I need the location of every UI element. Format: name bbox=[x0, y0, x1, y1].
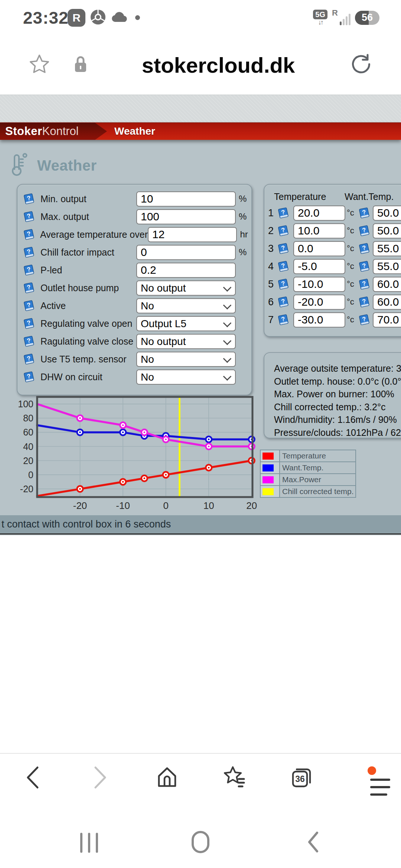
option-select[interactable]: No output bbox=[136, 280, 236, 296]
svg-text:100: 100 bbox=[19, 399, 33, 409]
help-book-icon[interactable]: ? bbox=[23, 228, 35, 241]
field-label: Max. output bbox=[40, 211, 136, 222]
temperature-input[interactable] bbox=[293, 223, 345, 239]
option-select[interactable]: Output L5 bbox=[136, 316, 236, 331]
value-input[interactable] bbox=[136, 263, 236, 278]
help-book-icon[interactable]: ? bbox=[277, 260, 290, 273]
degree-unit-label: °c bbox=[347, 244, 357, 253]
svg-text:0: 0 bbox=[163, 500, 168, 511]
help-book-icon[interactable]: ? bbox=[23, 300, 35, 312]
legend-row: Chill corrected temp. bbox=[260, 486, 356, 497]
help-book-icon[interactable]: ? bbox=[23, 264, 35, 276]
form-row: ?Ragulating valve closeNo output bbox=[17, 332, 251, 350]
tabs-count: 36 bbox=[295, 774, 305, 784]
temperature-input[interactable] bbox=[293, 295, 345, 310]
help-book-icon[interactable]: ? bbox=[358, 225, 371, 237]
help-book-icon[interactable]: ? bbox=[23, 335, 35, 348]
url-text[interactable]: stokercloud.dk bbox=[142, 53, 295, 78]
nav-back-button[interactable] bbox=[307, 831, 319, 855]
nav-recents-button[interactable] bbox=[80, 833, 98, 853]
browser-back-button[interactable] bbox=[25, 765, 40, 791]
browser-tabs-button[interactable]: 36 bbox=[290, 766, 313, 790]
help-book-icon[interactable]: ? bbox=[23, 211, 35, 223]
page-top-spacer bbox=[0, 95, 401, 123]
form-row: ?Use T5 temp. sensorNo bbox=[17, 350, 251, 368]
value-input[interactable] bbox=[136, 191, 236, 207]
form-row: ?Regulating valve openOutput L5 bbox=[17, 315, 251, 332]
form-row: ?P-led bbox=[17, 261, 251, 279]
temperature-input[interactable] bbox=[293, 241, 345, 256]
bookmark-star-icon[interactable] bbox=[28, 53, 50, 76]
help-book-icon[interactable]: ? bbox=[23, 318, 35, 330]
want-temp-input[interactable] bbox=[373, 259, 401, 274]
form-row: ?Max. output% bbox=[17, 208, 251, 226]
help-book-icon[interactable]: ? bbox=[277, 225, 290, 237]
form-row: ?ActiveNo bbox=[17, 297, 251, 315]
reload-icon[interactable] bbox=[351, 53, 372, 76]
form-row: ?DHW on circuitNo bbox=[17, 368, 251, 386]
unit-label: % bbox=[238, 247, 251, 257]
temperature-input[interactable] bbox=[293, 259, 345, 274]
help-book-icon[interactable]: ? bbox=[23, 246, 35, 259]
connection-status-text: t contact with control box in 6 seconds bbox=[1, 519, 171, 530]
help-book-icon[interactable]: ? bbox=[277, 243, 290, 255]
help-book-icon[interactable]: ? bbox=[358, 314, 371, 326]
chart-legend: TemperatureWant.Temp.Max.PowerChill corr… bbox=[260, 450, 356, 498]
legend-label: Temperature bbox=[280, 450, 356, 462]
status-info-line: Wind/humidity: 1.16m/s / 90% bbox=[274, 413, 401, 426]
help-book-icon[interactable]: ? bbox=[23, 282, 35, 294]
help-book-icon[interactable]: ? bbox=[277, 278, 290, 290]
temperature-input[interactable] bbox=[293, 277, 345, 292]
degree-unit-label: °c bbox=[347, 297, 357, 307]
option-select[interactable]: No output bbox=[136, 334, 236, 349]
option-select[interactable]: No bbox=[136, 369, 236, 385]
value-input[interactable] bbox=[136, 245, 236, 260]
value-input[interactable] bbox=[148, 227, 237, 242]
unit-label: hr bbox=[239, 229, 251, 240]
svg-text:40: 40 bbox=[23, 441, 33, 452]
help-book-icon[interactable]: ? bbox=[358, 260, 371, 273]
help-book-icon[interactable]: ? bbox=[358, 278, 371, 290]
curve-table-header: Temperature Want.Temp. bbox=[268, 189, 401, 204]
row-index: 7 bbox=[268, 314, 276, 326]
help-book-icon[interactable]: ? bbox=[358, 207, 371, 219]
want-temp-input[interactable] bbox=[373, 312, 401, 328]
help-book-icon[interactable]: ? bbox=[358, 296, 371, 308]
option-select[interactable]: No bbox=[136, 298, 236, 313]
legend-row: Max.Power bbox=[260, 474, 356, 486]
want-temp-input[interactable] bbox=[373, 241, 401, 256]
browser-home-button[interactable] bbox=[155, 766, 179, 791]
help-book-icon[interactable]: ? bbox=[277, 314, 290, 326]
help-book-icon[interactable]: ? bbox=[277, 296, 290, 308]
temperature-input[interactable] bbox=[293, 312, 345, 328]
legend-label: Want.Temp. bbox=[280, 462, 356, 474]
help-book-icon[interactable]: ? bbox=[23, 193, 35, 205]
temperature-input[interactable] bbox=[293, 206, 345, 221]
legend-label: Max.Power bbox=[280, 474, 356, 486]
want-temp-input[interactable] bbox=[373, 277, 401, 292]
svg-text:0: 0 bbox=[28, 470, 33, 480]
tab-weather[interactable]: Weather bbox=[114, 123, 155, 140]
want-temp-input[interactable] bbox=[373, 206, 401, 221]
value-input[interactable] bbox=[136, 209, 236, 224]
curve-table-row: 7?°c? bbox=[268, 311, 401, 329]
legend-label: Chill corrected temp. bbox=[280, 486, 356, 497]
nav-home-button[interactable] bbox=[191, 831, 210, 855]
secure-lock-icon[interactable] bbox=[73, 55, 88, 75]
stokerkontrol-logo[interactable]: StokerKontrol bbox=[0, 123, 107, 140]
want-temp-input[interactable] bbox=[373, 295, 401, 310]
temperature-curve-panel: Temperature Want.Temp. 1?°c?2?°c?3?°c?4?… bbox=[264, 184, 401, 337]
r-app-notification-icon: R bbox=[68, 9, 85, 27]
browser-bookmarks-button[interactable] bbox=[222, 766, 247, 791]
legend-row: Want.Temp. bbox=[260, 462, 356, 474]
help-book-icon[interactable]: ? bbox=[23, 371, 35, 383]
help-book-icon[interactable]: ? bbox=[277, 207, 290, 219]
help-book-icon[interactable]: ? bbox=[23, 353, 35, 365]
option-select[interactable]: No bbox=[136, 352, 236, 367]
help-book-icon[interactable]: ? bbox=[358, 243, 371, 255]
degree-unit-label: °c bbox=[347, 279, 357, 289]
want-temp-input[interactable] bbox=[373, 223, 401, 239]
browser-forward-button[interactable] bbox=[92, 765, 108, 791]
legend-row: Temperature bbox=[260, 450, 356, 462]
status-info-line: Average outsite temperature: 3.2°c bbox=[274, 362, 401, 375]
